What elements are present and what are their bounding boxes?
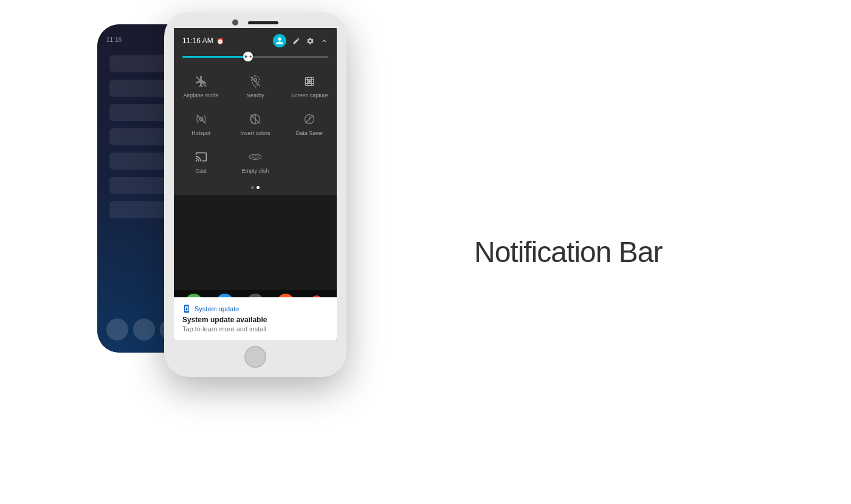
phone-area: 11:16 xyxy=(0,0,426,504)
tile-data-saver-label: Data Saver xyxy=(296,130,323,137)
nearby-icon xyxy=(247,74,263,89)
page-dot-2 xyxy=(257,186,260,189)
alarm-icon: ⏰ xyxy=(216,38,224,44)
phone-top-hardware xyxy=(164,12,346,28)
bg-dock-icon xyxy=(133,319,155,340)
notif-app-name: System update xyxy=(195,305,239,312)
tile-empty-dish[interactable]: Empty dish xyxy=(228,142,282,179)
right-panel: Notification Bar xyxy=(426,235,851,269)
tile-empty-dish-label: Empty dish xyxy=(242,168,269,174)
settings-icon[interactable] xyxy=(306,37,314,45)
qs-header: 11:16 AM ⏰ xyxy=(174,28,337,51)
hotspot-icon xyxy=(193,111,209,127)
home-button[interactable] xyxy=(244,346,266,368)
brightness-row[interactable] xyxy=(174,51,337,64)
invert-colors-icon xyxy=(247,111,263,127)
tile-invert-colors[interactable]: Invert colors xyxy=(228,104,282,142)
phone-bottom-hardware xyxy=(164,340,346,377)
tile-nearby[interactable]: Nearby xyxy=(228,66,282,104)
quick-settings-panel: 11:16 AM ⏰ xyxy=(174,28,337,195)
page-dot-1 xyxy=(251,186,254,189)
page-title: Notification Bar xyxy=(474,235,662,269)
bg-time: 11:16 xyxy=(106,36,122,43)
system-update-icon xyxy=(182,305,191,313)
tile-hotspot-label: Hotspot xyxy=(191,130,210,137)
tile-nearby-label: Nearby xyxy=(246,92,264,99)
airplane-icon xyxy=(193,74,209,89)
screen-capture-icon xyxy=(301,74,317,89)
notification-card[interactable]: System update System update available Ta… xyxy=(174,297,337,340)
qs-time-row: 11:16 AM ⏰ xyxy=(182,36,224,45)
edit-icon[interactable] xyxy=(292,37,300,45)
svg-point-11 xyxy=(249,154,261,159)
tile-cast[interactable]: Cast xyxy=(174,142,228,179)
phone-foreground: 11:16 AM ⏰ xyxy=(164,12,346,377)
page-container: 11:16 xyxy=(0,0,851,504)
tile-airplane-label: Airplane mode xyxy=(184,92,219,99)
qs-time-text: 11:16 AM xyxy=(182,36,213,45)
tile-airplane-mode[interactable]: Airplane mode xyxy=(174,66,228,104)
front-camera xyxy=(232,19,238,26)
tile-invert-colors-label: Invert colors xyxy=(240,130,270,137)
collapse-icon[interactable] xyxy=(320,37,328,45)
page-indicator xyxy=(174,181,337,195)
qs-header-icons xyxy=(273,34,328,47)
brightness-thumb[interactable] xyxy=(243,52,253,61)
svg-point-12 xyxy=(252,155,258,157)
empty-dish-icon xyxy=(247,149,263,165)
notif-title: System update available xyxy=(182,316,328,324)
notif-body: Tap to learn more and install xyxy=(182,325,328,333)
svg-point-4 xyxy=(309,80,311,82)
phone-screen: 11:16 AM ⏰ xyxy=(174,28,337,340)
brightness-slider-track[interactable] xyxy=(182,56,328,58)
earpiece xyxy=(248,21,278,24)
tile-data-saver[interactable]: Data Saver xyxy=(283,104,337,142)
user-avatar[interactable] xyxy=(273,34,286,47)
tile-hotspot[interactable]: Hotspot xyxy=(174,104,228,142)
data-saver-icon xyxy=(301,111,317,127)
tile-screen-capture-label: Screen capture xyxy=(291,92,328,99)
tile-screen-capture[interactable]: Screen capture xyxy=(283,66,337,104)
notif-title-row: System update xyxy=(182,305,328,313)
bg-dock-icon xyxy=(106,319,128,340)
tile-cast-label: Cast xyxy=(195,168,207,174)
qs-tiles-grid: Airplane mode Nearby xyxy=(174,64,337,181)
cast-icon xyxy=(193,149,209,165)
brightness-fill xyxy=(182,56,248,58)
